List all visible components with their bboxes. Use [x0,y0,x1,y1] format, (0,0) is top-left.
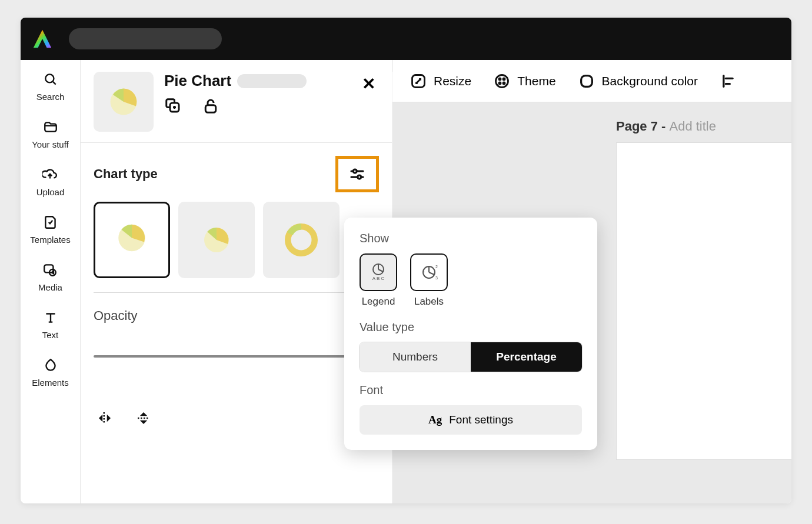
background-color-button[interactable]: Background color [578,73,698,89]
svg-line-1 [52,81,55,84]
rail-label: Templates [30,235,70,245]
theme-label: Theme [517,74,555,88]
color-swatch-icon [578,73,595,89]
theme-button[interactable]: Theme [494,73,555,89]
align-icon [720,73,737,89]
svg-point-20 [503,82,505,84]
duplicate-icon[interactable] [164,97,182,115]
svg-point-19 [499,82,501,84]
resize-icon [410,73,427,89]
page-number: Page 7 - [616,119,669,133]
chart-type-options [94,202,379,278]
page-title-placeholder: Add title [669,119,716,133]
upload-icon [41,166,59,183]
rail-label: Your stuff [32,139,69,149]
chart-settings-popover: Show A B C Legend 123 Labels Value type … [344,218,597,450]
panel-header: Pie Chart ✕ [81,60,392,142]
rail-upload[interactable]: Upload [36,166,65,197]
adobe-logo-icon [31,28,54,50]
rail-your-stuff[interactable]: Your stuff [32,118,69,149]
svg-text:A B C: A B C [372,276,385,281]
rail-label: Text [42,330,59,340]
svg-line-31 [429,272,434,275]
media-icon [41,261,59,279]
align-button[interactable] [720,73,737,89]
opacity-label: Opacity [94,308,379,323]
svg-text:3: 3 [435,276,438,280]
opacity-slider[interactable] [94,355,359,358]
resize-button[interactable]: Resize [410,73,471,89]
value-type-percentage[interactable]: Percentage [471,342,582,372]
left-rail: Search Your stuff Upload Templates [21,60,81,503]
chart-type-pie-labels[interactable] [178,202,255,278]
templates-icon [42,213,59,231]
titlebar [21,18,791,60]
svg-point-17 [499,78,501,79]
font-settings-label: Font settings [449,413,513,426]
show-legend-toggle[interactable]: A B C [360,253,397,291]
rail-search[interactable]: Search [36,71,65,102]
chart-name-placeholder[interactable] [237,74,307,88]
labels-label: Labels [414,296,444,308]
search-icon [42,71,59,88]
show-label: Show [360,232,582,245]
svg-point-0 [45,74,54,82]
page-canvas[interactable] [616,142,791,460]
resize-label: Resize [434,74,471,88]
svg-text:1: 1 [422,269,425,273]
rail-templates[interactable]: Templates [30,213,70,245]
rail-label: Upload [36,187,65,197]
close-panel-button[interactable]: ✕ [358,74,379,94]
rail-text[interactable]: Text [42,309,59,340]
page-label[interactable]: Page 7 - Add title [616,119,716,134]
rail-label: Search [36,92,65,102]
value-type-label: Value type [360,321,582,334]
value-type-numbers[interactable]: Numbers [360,342,471,372]
chart-type-donut[interactable] [263,202,340,278]
canvas-toolbar: Resize Theme Background color [392,60,791,102]
bgcolor-label: Background color [602,74,698,88]
show-labels-toggle[interactable]: 123 [410,253,448,291]
folder-icon [42,118,59,136]
document-title-placeholder[interactable] [69,28,222,49]
rail-label: Elements [32,378,69,388]
value-type-segmented: Numbers Percentage [360,342,582,372]
panel-title: Pie Chart [164,72,231,90]
legend-label: Legend [362,296,395,308]
chart-type-pie-legend[interactable] [94,202,170,278]
theme-icon [494,73,510,89]
svg-point-18 [503,78,505,79]
rail-elements[interactable]: Elements [32,356,69,388]
flip-horizontal-icon[interactable] [96,409,114,427]
chart-type-label: Chart type [94,166,158,182]
font-label: Font [360,383,582,397]
unlock-icon[interactable] [202,97,219,115]
svg-point-11 [358,175,361,179]
svg-point-16 [496,75,508,87]
elements-icon [42,356,59,374]
svg-rect-21 [581,75,592,86]
typography-icon: Ag [428,413,442,426]
flip-vertical-icon[interactable] [135,409,152,427]
svg-text:2: 2 [435,265,438,269]
svg-rect-7 [205,105,216,113]
selected-chart-thumbnail [94,72,154,132]
chart-settings-button[interactable] [335,156,379,192]
rail-media[interactable]: Media [38,261,62,292]
rail-label: Media [38,282,62,292]
svg-point-9 [353,169,357,173]
svg-line-27 [378,269,383,272]
text-icon [42,309,59,326]
font-settings-button[interactable]: Ag Font settings [360,405,582,435]
